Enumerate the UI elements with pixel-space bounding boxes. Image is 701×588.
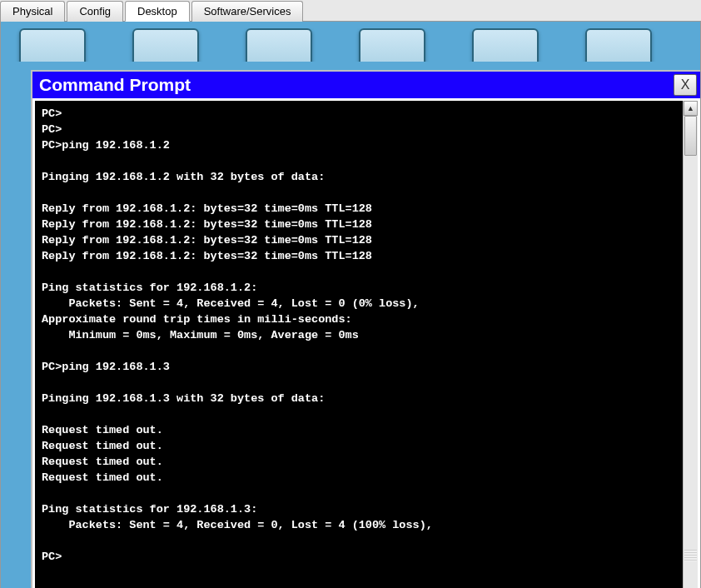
dock-icon[interactable] (246, 28, 312, 62)
dock-icon[interactable] (585, 28, 652, 62)
dock-icon[interactable] (132, 28, 199, 62)
tab-software-services[interactable]: Software/Services (191, 1, 304, 22)
command-prompt-window: Command Prompt X PC> PC> PC>ping 192.168… (31, 70, 700, 588)
tab-bar: Physical Config Desktop Software/Service… (0, 0, 701, 22)
dock-icon[interactable] (19, 28, 86, 62)
scroll-up-button[interactable]: ▲ (684, 101, 698, 116)
terminal-output[interactable]: PC> PC> PC>ping 192.168.1.2 Pinging 192.… (35, 101, 698, 588)
command-prompt-titlebar[interactable]: Command Prompt X (32, 72, 700, 98)
tab-desktop[interactable]: Desktop (125, 1, 190, 22)
scrollbar: ▲ ▼ (683, 101, 698, 588)
tab-physical[interactable]: Physical (0, 1, 65, 22)
dock-icon[interactable] (472, 28, 539, 62)
scroll-grip-icon (684, 550, 697, 561)
dock-icon[interactable] (359, 28, 425, 62)
app-dock (7, 28, 694, 62)
desktop-area: Command Prompt X PC> PC> PC>ping 192.168… (0, 22, 701, 588)
tab-config[interactable]: Config (67, 1, 123, 22)
window-title: Command Prompt (39, 75, 191, 95)
close-button[interactable]: X (674, 74, 697, 96)
scroll-track[interactable] (684, 116, 698, 588)
scroll-thumb[interactable] (684, 116, 697, 156)
